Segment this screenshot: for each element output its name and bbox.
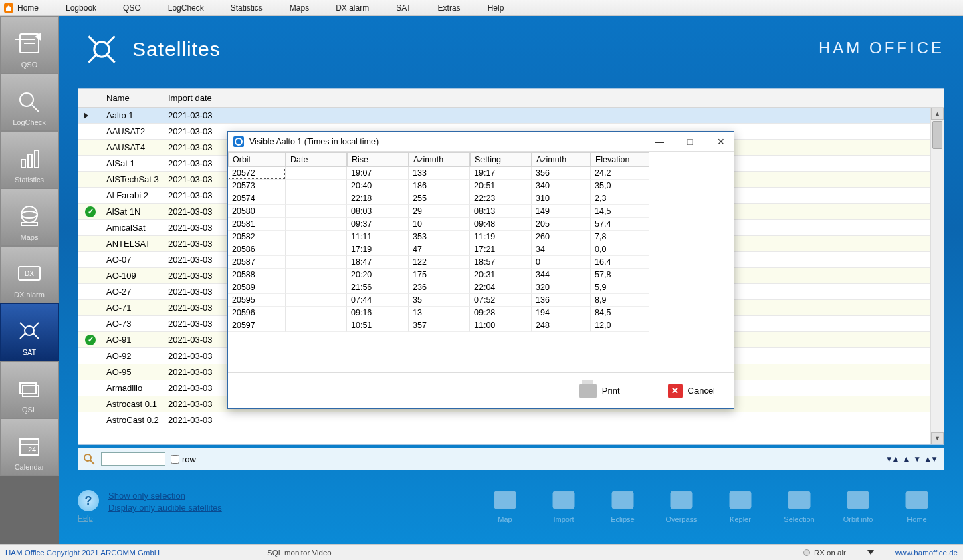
link-show-selection[interactable]: Show only selection [108, 490, 222, 502]
passes-col-header[interactable]: Rise [347, 152, 409, 167]
passes-col-header[interactable]: Orbit [228, 152, 286, 167]
scroll-up-arrow[interactable]: ▲ [931, 108, 944, 120]
vertical-scrollbar[interactable]: ▲ ▼ [930, 108, 944, 444]
popup-titlebar[interactable]: Visible Aalto 1 (Times in local time) — … [228, 132, 734, 152]
maximize-button[interactable]: □ [683, 136, 698, 147]
action-label: Orbit info [843, 515, 873, 523]
toolbar-sat[interactable]: SAT [0, 303, 59, 361]
menu-home[interactable]: Home [17, 3, 39, 13]
pass-cell-rise: 09:37 [347, 218, 409, 231]
menu-logcheck[interactable]: LogCheck [168, 3, 204, 13]
website-link[interactable]: www.hamoffice.de [895, 549, 958, 557]
passes-col-header[interactable]: Setting [470, 152, 532, 167]
col-header-name[interactable]: Name [102, 93, 168, 103]
action-eclipse[interactable]: Eclipse [602, 488, 643, 523]
action-map[interactable]: Map [484, 488, 526, 523]
pass-cell-date [286, 294, 347, 307]
menubar: HomeLogbookQSOLogCheckStatisticsMapsDX a… [0, 0, 963, 16]
col-header-date[interactable]: Import date [168, 93, 212, 103]
pass-row[interactable]: 2058617:194717:21340,0 [228, 243, 734, 256]
pass-cell-az1: 133 [409, 167, 470, 180]
satellite-date: 2021-03-03 [168, 158, 213, 168]
help-label[interactable]: Help [78, 514, 99, 522]
menu-dx-alarm[interactable]: DX alarm [336, 3, 369, 13]
satellite-date: 2021-03-03 [168, 126, 213, 136]
search-input[interactable] [101, 452, 165, 466]
toolbar-statistics[interactable]: Statistics [0, 131, 59, 188]
pass-row[interactable]: 2058008:032908:1314914,5 [228, 205, 734, 218]
svg-point-13 [25, 326, 34, 335]
satellite-date: 2021-03-03 [168, 142, 213, 152]
pass-row[interactable]: 2057320:4018620:5134035,0 [228, 180, 734, 192]
toolbar-logcheck[interactable]: LogCheck [0, 74, 59, 131]
close-button[interactable]: ✕ [714, 136, 728, 147]
scroll-thumb[interactable] [932, 121, 942, 149]
svg-rect-36 [847, 491, 869, 509]
link-audible-sats[interactable]: Display only audible satellites [108, 502, 222, 514]
satellite-date: 2021-03-03 [168, 190, 213, 200]
menu-logbook[interactable]: Logbook [66, 3, 96, 13]
passes-grid: OrbitDateRiseAzimuthSettingAzimuthElevat… [228, 152, 734, 332]
pass-row[interactable]: 2058211:1135311:192607,8 [228, 231, 734, 243]
menu-extras[interactable]: Extras [438, 3, 461, 13]
toolbar-qsl[interactable]: QSL [0, 361, 59, 418]
pass-row[interactable]: 2059507:443507:521368,9 [228, 294, 734, 307]
pass-row[interactable]: 2059609:161309:2819484,5 [228, 307, 734, 319]
pass-row[interactable]: 2059710:5135711:0024812,0 [228, 319, 734, 332]
nav-last-icon[interactable]: ▲▼ [924, 454, 937, 464]
menu-qso[interactable]: QSO [123, 3, 141, 13]
menu-maps[interactable]: Maps [290, 3, 309, 13]
svg-point-28 [84, 454, 91, 461]
menu-statistics[interactable]: Statistics [231, 3, 263, 13]
pass-cell-date [286, 180, 347, 192]
passes-col-header[interactable]: Azimuth [532, 152, 591, 167]
toolbar-calendar[interactable]: 24Calendar [0, 418, 59, 476]
passes-col-header[interactable]: Elevation [591, 152, 649, 167]
pass-cell-az1: 175 [409, 269, 470, 281]
help-icon[interactable]: ? [78, 490, 99, 511]
row-checkbox[interactable] [171, 455, 179, 464]
satellite-name: ANTELSAT [102, 239, 168, 249]
satellite-row[interactable]: AstroCast 0.22021-03-03 [78, 412, 930, 428]
pass-row[interactable]: 2058921:5623622:043205,9 [228, 281, 734, 294]
print-button[interactable]: Print [579, 384, 620, 398]
nav-prev-icon[interactable]: ▲ [902, 454, 909, 464]
minimize-button[interactable]: — [652, 136, 667, 147]
menu-help[interactable]: Help [488, 3, 504, 13]
pass-cell-date [286, 319, 347, 332]
toolbar-label: Calendar [15, 463, 45, 471]
pass-row[interactable]: 2057422:1825522:233102,3 [228, 192, 734, 205]
pass-row[interactable]: 2058718:4712218:57016,4 [228, 256, 734, 269]
toolbar-dxalarm[interactable]: DXDX alarm [0, 246, 59, 303]
passes-col-header[interactable]: Azimuth [409, 152, 470, 167]
cancel-button[interactable]: ✕ Cancel [668, 384, 715, 398]
nav-first-icon[interactable]: ▼▲ [885, 454, 899, 464]
action-selection[interactable]: Selection [778, 488, 820, 523]
row-checkbox-label[interactable]: row [171, 454, 196, 464]
svg-rect-31 [553, 491, 574, 509]
pass-cell-setting: 22:04 [470, 281, 532, 294]
scroll-down-arrow[interactable]: ▼ [931, 432, 944, 444]
pass-row[interactable]: 2057219:0713319:1735624,2 [228, 167, 734, 180]
dropdown-icon[interactable] [867, 550, 874, 555]
pass-cell-date [286, 269, 347, 281]
svg-line-26 [88, 55, 96, 62]
menu-sat[interactable]: SAT [396, 3, 411, 13]
pass-row[interactable]: 2058109:371009:4820557,4 [228, 218, 734, 231]
action-home[interactable]: Home [896, 488, 938, 523]
passes-col-header[interactable]: Date [286, 152, 347, 167]
list-nav-controls[interactable]: ▼▲ ▲ ▼ ▲▼ [885, 454, 937, 464]
satellite-icon [83, 31, 120, 68]
svg-line-27 [107, 36, 114, 43]
pass-row[interactable]: 2058820:2017520:3134457,8 [228, 269, 734, 281]
toolbar-maps[interactable]: Maps [0, 188, 59, 246]
action-import[interactable]: Import [543, 488, 584, 523]
satellite-row[interactable]: Aalto 12021-03-03 [78, 108, 930, 124]
nav-next-icon[interactable]: ▼ [913, 454, 920, 464]
toolbar-qso[interactable]: QSO [0, 16, 59, 74]
svg-line-24 [88, 36, 96, 43]
action-orbit-info[interactable]: Orbit info [837, 488, 879, 523]
action-overpass[interactable]: Overpass [661, 488, 702, 523]
pass-cell-date [286, 167, 347, 180]
action-kepler[interactable]: Kepler [720, 488, 761, 523]
